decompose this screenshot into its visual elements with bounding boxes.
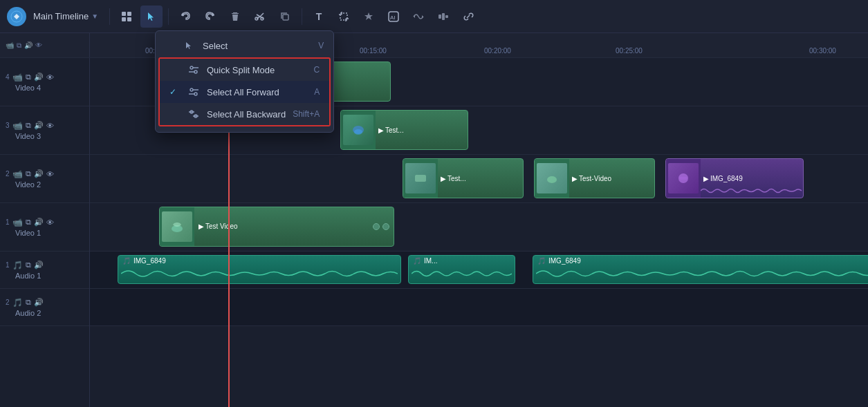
grid-view-button[interactable]: [116, 6, 138, 28]
video4-audio-icon[interactable]: 🔊: [34, 73, 44, 82]
svg-marker-5: [181, 12, 183, 17]
menu-item-select-all-forward[interactable]: ✓ Select All Forward A: [158, 81, 331, 103]
video2-audio-icon[interactable]: 🔊: [34, 169, 44, 178]
video3-num: 3: [6, 122, 10, 129]
video3-audio-icon[interactable]: 🔊: [34, 121, 44, 130]
ai-button[interactable]: AI: [382, 6, 405, 28]
main-toolbar: Main Timeline ▼: [0, 0, 868, 33]
toolbar-divider-3: [302, 8, 302, 25]
video3-camera-icon: 📹: [12, 121, 23, 131]
svg-rect-36: [415, 175, 426, 182]
video3-copy-icon[interactable]: ⧉: [26, 121, 31, 130]
track-headers: 4 📹 ⧉ 🔊 👁 Video 4 3 📹 ⧉ 🔊: [0, 58, 90, 407]
svg-rect-17: [438, 15, 441, 19]
audio1-label: Audio 1: [6, 272, 44, 280]
clip-video2-2-label: ▶Test-Video: [572, 175, 611, 182]
svg-rect-39: [680, 177, 687, 180]
video1-audio-icon[interactable]: 🔊: [34, 218, 44, 227]
track-header-audio2: 2 🎵 ⧉ 🔊 Audio 2: [0, 289, 89, 326]
clip-audio1-1[interactable]: 🎵 IMG_6849: [118, 255, 401, 284]
video4-eye-icon[interactable]: 👁: [46, 73, 54, 82]
svg-rect-7: [283, 15, 288, 20]
dropdown-chevron[interactable]: ▼: [91, 12, 98, 20]
visibility-btn[interactable]: 👁: [35, 41, 42, 49]
clip-video1-1[interactable]: ▶Test Video: [159, 207, 394, 247]
link-button[interactable]: [457, 6, 479, 28]
clip-audio1-3-label: IMG_6849: [548, 257, 581, 265]
svg-rect-18: [442, 13, 445, 20]
svg-point-24: [190, 88, 193, 91]
video1-num: 1: [6, 218, 10, 226]
video4-num: 4: [6, 73, 10, 81]
clip-video2-2[interactable]: ▶Test-Video: [534, 158, 655, 198]
video4-camera-icon: 📹: [12, 73, 23, 82]
clip-audio1-3[interactable]: 🎵 IMG_6849: [533, 255, 868, 284]
track-lane-video1[interactable]: ▶Test Video: [90, 203, 868, 252]
track-header-video2: 2 📹 ⧉ 🔊 👁 Video 2: [0, 155, 89, 203]
track-header-video1: 1 📹 ⧉ 🔊 👁 Video 1: [0, 203, 89, 252]
audio-sync-button[interactable]: [432, 6, 454, 28]
svg-rect-3: [122, 17, 126, 21]
mute-btn[interactable]: 🔊: [24, 41, 33, 49]
svg-rect-19: [445, 15, 448, 18]
track-header-audio1: 1 🎵 ⧉ 🔊 Audio 1: [0, 252, 89, 289]
audio1-num: 1: [6, 261, 10, 269]
track-lane-audio2[interactable]: [90, 289, 868, 326]
undo-button[interactable]: [174, 6, 196, 28]
transition-button[interactable]: [407, 6, 430, 28]
svg-rect-2: [127, 12, 131, 16]
menu-item-select[interactable]: Select V: [156, 34, 333, 57]
video2-eye-icon[interactable]: 👁: [46, 170, 54, 178]
track-lane-video2[interactable]: ▶Test... ▶Test-Video: [90, 155, 868, 203]
redo-button[interactable]: [199, 6, 221, 28]
select-dropdown-menu: Select V Quick Split Mode C ✓ Selec: [155, 30, 334, 133]
svg-text:AI: AI: [390, 15, 396, 21]
track-lane-audio1[interactable]: 🎵 IMG_6849 🎵 IM...: [90, 252, 868, 289]
clip-video2-3[interactable]: ▶IMG_6849: [665, 158, 804, 198]
video4-label: Video 4: [6, 84, 54, 92]
select-all-backward-icon: [187, 108, 200, 120]
clip-video3-label: ▶Test...: [378, 126, 404, 134]
timeline-body: 4 📹 ⧉ 🔊 👁 Video 4 3 📹 ⧉ 🔊: [0, 58, 868, 407]
audio2-copy-icon[interactable]: ⧉: [26, 298, 31, 307]
ruler-mark-4: 00:25:00: [616, 47, 643, 55]
effect-button[interactable]: [358, 6, 380, 28]
text-button[interactable]: T: [308, 6, 330, 28]
menu-item-select-all-backward[interactable]: Select All Backward Shift+A: [158, 103, 331, 126]
track-header-video3: 3 📹 ⧉ 🔊 👁 Video 3: [0, 106, 89, 155]
select-tool-button[interactable]: [140, 6, 163, 28]
video3-eye-icon[interactable]: 👁: [46, 122, 54, 130]
logo-icon: [7, 7, 26, 26]
video2-copy-icon[interactable]: ⧉: [26, 169, 31, 178]
video2-num: 2: [6, 170, 10, 178]
crop-button[interactable]: [333, 6, 355, 28]
toolbar-divider-1: [109, 8, 110, 25]
clip-audio1-2[interactable]: 🎵 IM...: [408, 255, 515, 284]
delete-button[interactable]: [224, 6, 246, 28]
ruler-spacer: 📹 ⧉ 🔊 👁: [0, 33, 90, 57]
audio1-audio-icon[interactable]: 🔊: [34, 261, 44, 269]
audio1-music-icon: 🎵: [12, 261, 23, 270]
menu-item-quick-split[interactable]: Quick Split Mode C: [158, 57, 331, 81]
audio2-num: 2: [6, 299, 10, 306]
timeline-title: Main Timeline ▼: [33, 11, 98, 21]
clip-video2-1-label: ▶Test...: [441, 175, 466, 182]
video4-copy-icon[interactable]: ⧉: [26, 73, 31, 82]
clip-video2-1[interactable]: ▶Test...: [403, 158, 524, 198]
ruler-mark-2: 00:15:00: [360, 47, 387, 55]
app-logo[interactable]: [6, 6, 28, 28]
copy-button[interactable]: [274, 6, 296, 28]
svg-point-35: [354, 129, 362, 135]
audio2-audio-icon[interactable]: 🔊: [34, 298, 44, 307]
video3-label: Video 3: [6, 132, 54, 140]
video2-label: Video 2: [6, 180, 54, 189]
svg-rect-4: [127, 17, 131, 21]
audio1-copy-icon[interactable]: ⧉: [26, 261, 31, 269]
quick-split-icon: [187, 64, 200, 76]
clip-video3-1[interactable]: ▶Test...: [340, 110, 468, 150]
copy-track-btn[interactable]: ⧉: [17, 41, 21, 50]
cut-button[interactable]: [249, 6, 271, 28]
video1-copy-icon[interactable]: ⧉: [26, 218, 31, 227]
video1-eye-icon[interactable]: 👁: [46, 218, 54, 227]
video4-icon: 📹: [6, 41, 14, 49]
